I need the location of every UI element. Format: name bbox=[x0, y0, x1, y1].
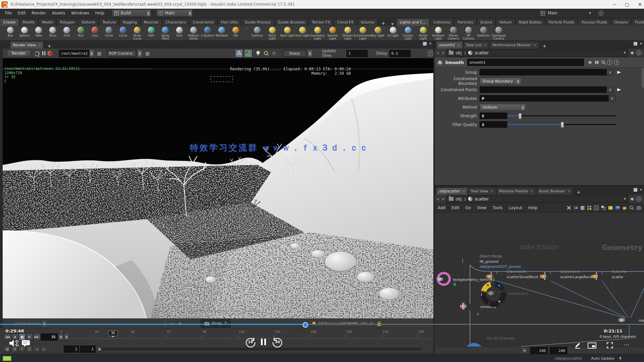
spinner-icon[interactable] bbox=[308, 50, 312, 56]
spinner-icon[interactable] bbox=[520, 105, 525, 110]
close-icon[interactable] bbox=[457, 42, 460, 49]
snapshot-remove-button[interactable]: − bbox=[171, 321, 175, 326]
pane-tab[interactable]: smooth1 bbox=[436, 41, 463, 49]
info-icon[interactable]: i bbox=[607, 60, 612, 65]
shelf-tool[interactable]: Grid bbox=[60, 26, 74, 37]
menu-item[interactable]: File bbox=[2, 11, 15, 15]
follow-icon[interactable] bbox=[636, 50, 641, 55]
shelf-tab[interactable]: Model bbox=[39, 18, 56, 26]
pane-tab[interactable]: Take List bbox=[463, 41, 490, 49]
pane-tab[interactable]: Performance Monitor bbox=[490, 41, 539, 49]
close-icon[interactable] bbox=[530, 188, 533, 195]
radial-menu[interactable]: i bbox=[478, 279, 508, 309]
shelf-tab[interactable]: Hair Utils bbox=[218, 18, 241, 26]
constrained-points-field[interactable] bbox=[480, 86, 608, 93]
range-end-icon[interactable]: ▶| bbox=[41, 346, 47, 352]
shelf-tab[interactable]: Oceans bbox=[611, 18, 631, 26]
pane-maximize-icon[interactable] bbox=[634, 42, 637, 46]
follow-icon[interactable] bbox=[636, 196, 641, 201]
update-time-field[interactable]: 1 bbox=[346, 50, 368, 57]
shelf-tool[interactable]: L-System bbox=[201, 26, 215, 37]
render-button[interactable]: Render bbox=[7, 50, 31, 57]
gallery-icon[interactable] bbox=[622, 205, 627, 210]
node-body[interactable] bbox=[543, 274, 543, 279]
network-node[interactable]: smooth1 P bbox=[463, 304, 464, 308]
menu-item[interactable]: Render bbox=[29, 11, 49, 15]
shelf-tool[interactable]: Stereo Camera bbox=[446, 26, 461, 40]
slider-handle[interactable] bbox=[561, 122, 564, 128]
network-menu-item[interactable]: Layout bbox=[505, 205, 525, 210]
close-icon[interactable] bbox=[568, 188, 570, 195]
shelf-tool[interactable]: Point Light bbox=[265, 26, 280, 40]
network-menu-item[interactable]: View bbox=[474, 205, 489, 210]
breadcrumb[interactable]: obj ❯ scatter ▼ bbox=[446, 195, 628, 203]
range-start-icon[interactable]: |◀ bbox=[34, 346, 40, 352]
node-body[interactable] bbox=[594, 274, 595, 279]
record-icon[interactable] bbox=[312, 322, 316, 325]
shelf-tool[interactable]: GI Light bbox=[385, 26, 400, 37]
close-button[interactable]: × bbox=[638, 1, 642, 7]
constrained-boundary-menu[interactable]: Group Boundary bbox=[480, 78, 521, 85]
shelf-tab[interactable]: Rigging bbox=[119, 18, 140, 26]
gear-icon[interactable]: ✱ bbox=[587, 59, 593, 66]
filter-select[interactable]: Sharp bbox=[283, 50, 306, 57]
menu-item[interactable]: Windows bbox=[68, 11, 92, 15]
shelf-tool[interactable]: Metaball bbox=[215, 26, 229, 37]
auto-update-select[interactable]: Auto Update bbox=[591, 356, 614, 361]
minimize-button[interactable]: − bbox=[612, 2, 616, 7]
shelf-tool[interactable]: Volume Light bbox=[325, 26, 340, 40]
render-viewport[interactable]: /out/mantra1(raytrace)-21:22:19[1] 1280x… bbox=[3, 58, 433, 318]
shelf-tab[interactable]: Lights and C... bbox=[396, 18, 430, 26]
desktop-selector[interactable]: Main bbox=[541, 11, 557, 15]
range-start-field[interactable]: 1 bbox=[64, 346, 79, 353]
method-menu[interactable]: Uniform bbox=[480, 104, 526, 111]
stop-render-icon[interactable] bbox=[47, 50, 53, 57]
spinner-icon[interactable] bbox=[89, 50, 94, 56]
audio-icon[interactable]: ◔ bbox=[11, 346, 18, 352]
chevron-down-icon[interactable]: ▼ bbox=[624, 197, 626, 200]
spinner-icon[interactable] bbox=[187, 10, 192, 16]
shelf-tool[interactable]: Environment Light bbox=[355, 26, 370, 40]
close-icon[interactable] bbox=[462, 188, 465, 195]
shelf-tool[interactable]: Portal Light bbox=[416, 26, 431, 40]
spinner-icon[interactable] bbox=[138, 50, 142, 56]
shelf-tab[interactable]: Grains bbox=[477, 18, 496, 26]
network-menu-item[interactable]: Edit bbox=[448, 205, 462, 210]
shelf-tab[interactable]: Muscles bbox=[141, 18, 162, 26]
network-node[interactable]: merge bbox=[621, 318, 622, 322]
shelf-tab[interactable]: Particles bbox=[454, 18, 476, 26]
shelf-tab[interactable]: Collisions bbox=[430, 18, 454, 26]
pane-menu-icon[interactable]: ▼ bbox=[640, 42, 642, 45]
global-end-field[interactable]: 240 bbox=[550, 347, 567, 354]
back-icon[interactable]: ◀ bbox=[435, 51, 441, 55]
pane-tab[interactable]: Material Palette bbox=[496, 187, 536, 195]
shelf-splitter[interactable]: ⣿ bbox=[246, 28, 248, 40]
pane-tab[interactable]: Asset Browser bbox=[536, 187, 573, 195]
shelf-tool[interactable]: Gamepad Camera bbox=[491, 26, 506, 40]
timeline-ruler[interactable]: 124487296120144168192216240 35 bbox=[59, 330, 431, 340]
network-node[interactable]: Object Merge IN_ground /obj/ground/OUT_g… bbox=[462, 259, 463, 263]
shelf-tool[interactable]: Camera bbox=[250, 26, 265, 37]
export-rop-icon[interactable]: ▤ bbox=[96, 50, 102, 57]
shelf-tab[interactable]: Create bbox=[0, 18, 19, 26]
breadcrumb[interactable]: obj ❯ scatter ▼ bbox=[446, 49, 628, 57]
network-node[interactable]: Subnetw scatte bbox=[594, 274, 595, 279]
jump-start-button[interactable]: |◀◀ bbox=[4, 334, 11, 341]
forward-icon[interactable]: ▶ bbox=[441, 51, 447, 55]
range-icon[interactable]: ⊞ bbox=[521, 348, 528, 354]
shelf-tab[interactable]: Vellum bbox=[496, 18, 515, 26]
lightning-icon[interactable] bbox=[619, 356, 622, 361]
active-render-select[interactable]: Active Render bbox=[15, 321, 41, 326]
pane-menu-icon[interactable]: ▼ bbox=[429, 42, 431, 45]
snapshot-add-button[interactable]: + bbox=[178, 321, 182, 326]
close-icon[interactable] bbox=[533, 42, 536, 49]
help-icon[interactable]: ? bbox=[428, 50, 434, 56]
node-body[interactable] bbox=[489, 274, 490, 279]
shelf-tool[interactable]: Ambient Light bbox=[431, 26, 446, 40]
image-toggle-icon[interactable] bbox=[244, 49, 252, 57]
shelf-tool[interactable]: Draw Curve bbox=[130, 26, 144, 40]
jump-end-button[interactable]: ▶▶| bbox=[34, 334, 40, 341]
range-slider-handle[interactable] bbox=[99, 347, 101, 351]
play-button[interactable]: ▶ bbox=[26, 334, 33, 341]
shelf-tool[interactable]: VR Camera bbox=[461, 26, 476, 40]
